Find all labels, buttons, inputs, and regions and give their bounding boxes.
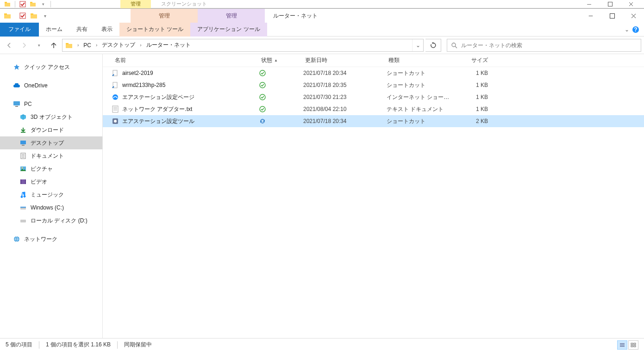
file-row[interactable]: エアステーション設定ページ2021/07/30 21:23インターネット ショー…	[103, 91, 644, 103]
view-details-button[interactable]	[617, 340, 627, 350]
sidebar-videos[interactable]: ビデオ	[0, 175, 102, 188]
sidebar-drive-c[interactable]: Windows (C:)	[0, 201, 102, 214]
svg-rect-2	[20, 1, 25, 7]
svg-text:?: ?	[634, 26, 637, 33]
label: クイック アクセス	[24, 63, 70, 71]
label: ビデオ	[31, 178, 47, 186]
address-dropdown-icon[interactable]: ⌄	[412, 39, 423, 51]
document-icon	[19, 152, 27, 160]
cube-icon	[19, 113, 27, 121]
tab-application-tools[interactable]: アプリケーション ツール	[190, 23, 267, 37]
file-row[interactable]: エアステーション設定ツール2021/07/18 20:34ショートカット2 KB	[103, 115, 644, 127]
chevron-right-icon[interactable]: ›	[138, 43, 143, 48]
up-button[interactable]	[47, 39, 60, 52]
expand-ribbon-icon[interactable]: ⌄	[625, 26, 629, 33]
folder-icon[interactable]	[63, 39, 75, 51]
chevron-right-icon[interactable]: ›	[75, 43, 81, 48]
label: デスクトップ	[31, 139, 64, 147]
file-name: ネットワーク アダプター.txt	[122, 105, 192, 113]
forward-button[interactable]	[18, 39, 31, 52]
breadcrumb-desktop[interactable]: デスクトップ	[99, 39, 138, 51]
tab-shortcut-tools[interactable]: ショートカット ツール	[119, 23, 190, 37]
navigation-pane[interactable]: クイック アクセス OneDrive PC 3D オブジェクト	[0, 54, 103, 338]
sidebar-downloads[interactable]: ダウンロード	[0, 123, 102, 136]
sidebar-quick-access[interactable]: クイック アクセス	[0, 61, 102, 74]
refresh-button[interactable]	[425, 39, 441, 52]
sidebar-pictures[interactable]: ピクチャ	[0, 162, 102, 175]
search-icon	[451, 42, 457, 49]
file-list-pane[interactable]: 名前 状態▲ 更新日時 種類 サイズ airset2-20192021/07/1…	[103, 54, 644, 338]
breadcrumb-pc[interactable]: PC	[81, 39, 94, 51]
bg-maximize-button[interactable]	[600, 0, 620, 8]
svg-rect-18	[13, 101, 20, 105]
folder-icon	[3, 11, 12, 20]
col-type[interactable]: 種類	[387, 56, 454, 64]
file-status	[259, 106, 303, 112]
label: ミュージック	[31, 191, 64, 199]
file-row[interactable]: airset2-20192021/07/18 20:34ショートカット1 KB	[103, 67, 644, 79]
svg-rect-52	[631, 343, 633, 345]
col-size[interactable]: サイズ	[454, 56, 495, 64]
col-modified[interactable]: 更新日時	[303, 56, 387, 64]
search-box[interactable]	[447, 39, 641, 52]
help-icon[interactable]: ?	[632, 26, 639, 33]
file-row[interactable]: wrmd2133hp-2852021/07/18 20:35ショートカット1 K…	[103, 79, 644, 91]
breadcrumb-current[interactable]: ルーター・ネット	[144, 39, 194, 51]
maximize-button[interactable]	[601, 9, 623, 23]
sidebar-documents[interactable]: ドキュメント	[0, 149, 102, 162]
view-large-button[interactable]	[628, 340, 638, 350]
svg-rect-7	[4, 13, 7, 15]
ribbon-right-controls: ⌄ ?	[620, 26, 644, 33]
separator	[15, 1, 15, 7]
body: クイック アクセス OneDrive PC 3D オブジェクト	[0, 54, 644, 338]
sidebar-drive-d[interactable]: ローカル ディスク (D:)	[0, 214, 102, 227]
status-item-count: 5 個の項目	[6, 341, 32, 349]
bg-context-tab-manage[interactable]: 管理	[120, 0, 151, 8]
search-input[interactable]	[461, 42, 637, 49]
titlebar[interactable]: ▾ 管理 管理 ルーター・ネット ─	[0, 9, 644, 23]
col-name[interactable]: 名前	[111, 56, 259, 64]
label: PC	[24, 101, 32, 107]
svg-rect-54	[631, 345, 633, 347]
sidebar-desktop[interactable]: デスクトップ	[0, 136, 102, 149]
svg-rect-6	[4, 14, 11, 18]
folder-icon[interactable]	[29, 11, 38, 20]
file-size: 1 KB	[454, 94, 495, 100]
dropdown-caret-icon[interactable]: ▾	[40, 11, 50, 20]
separator	[50, 1, 51, 7]
svg-rect-11	[610, 13, 614, 18]
check-icon[interactable]	[18, 11, 27, 20]
svg-point-28	[22, 167, 23, 169]
svg-rect-21	[20, 141, 26, 144]
tab-file[interactable]: ファイル	[0, 23, 39, 37]
sidebar-music[interactable]: ミュージック	[0, 188, 102, 201]
address-bar[interactable]: › PC › デスクトップ › ルーター・ネット ⌄	[62, 39, 424, 52]
minimize-button[interactable]: ─	[580, 9, 601, 23]
chevron-right-icon[interactable]: ›	[94, 43, 99, 48]
back-button[interactable]	[3, 39, 16, 52]
sidebar-onedrive[interactable]: OneDrive	[0, 79, 102, 92]
drive-icon	[19, 217, 27, 224]
sidebar-pc[interactable]: PC	[0, 98, 102, 111]
recent-dropdown-icon[interactable]: ▾	[32, 39, 45, 52]
tab-share[interactable]: 共有	[69, 23, 94, 37]
file-name: エアステーション設定ページ	[122, 93, 194, 101]
file-explorer-window: ▾ 管理 管理 ルーター・ネット ─ ファイル ホーム 共有 表示 ショートカッ…	[0, 8, 644, 351]
tab-home[interactable]: ホーム	[39, 23, 69, 37]
file-size: 2 KB	[454, 118, 495, 124]
col-status[interactable]: 状態▲	[259, 56, 303, 64]
file-type: ショートカット	[387, 69, 454, 77]
network-icon	[13, 235, 20, 243]
dropdown-caret-icon[interactable]: ▾	[39, 0, 47, 8]
sidebar-3d-objects[interactable]: 3D オブジェクト	[0, 111, 102, 123]
bg-minimize-button[interactable]: ─	[579, 0, 600, 8]
check-icon	[19, 0, 26, 8]
sidebar-network[interactable]: ネットワーク	[0, 233, 102, 246]
file-row[interactable]: ネットワーク アダプター.txt2021/08/04 22:10テキスト ドキュ…	[103, 103, 644, 115]
file-date: 2021/07/18 20:35	[303, 82, 387, 88]
tab-view[interactable]: 表示	[94, 23, 119, 37]
close-button[interactable]	[623, 9, 644, 23]
context-tab-headers: 管理 管理	[131, 9, 265, 23]
bg-close-button[interactable]	[620, 0, 641, 8]
svg-rect-19	[15, 106, 18, 107]
